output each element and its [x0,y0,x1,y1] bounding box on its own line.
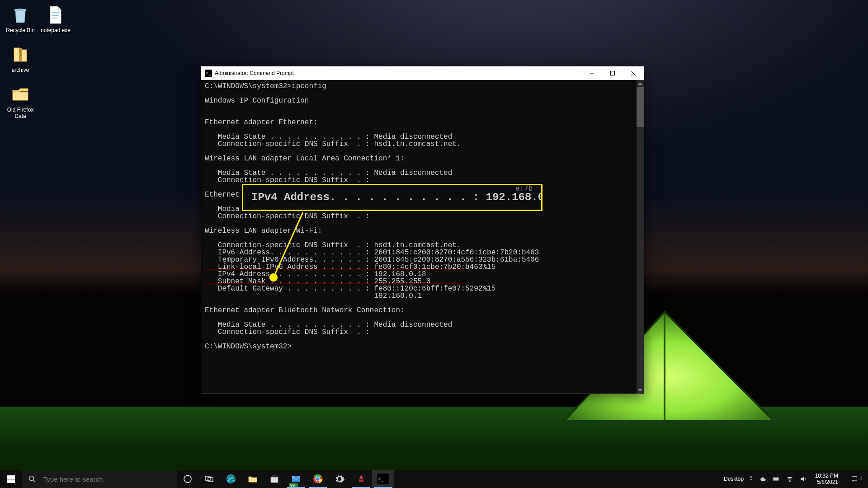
window-titlebar[interactable]: Administrator: Command Prompt [201,66,644,80]
ipv4-callout: IPv4 Address. . . . . . . . . . . : 192.… [242,184,542,211]
svg-rect-6 [20,52,21,52]
svg-rect-7 [20,53,21,54]
taskbar-pinned-app[interactable] [350,470,372,488]
desktop-icon-recycle-bin[interactable]: Recycle Bin [2,5,39,33]
source-highlight [204,269,465,284]
windows-logo-icon [7,475,15,483]
svg-rect-25 [271,477,278,483]
scrollbar[interactable] [637,80,644,394]
svg-rect-10 [611,71,615,75]
svg-line-20 [33,480,36,483]
desktop-icon-old-firefox[interactable]: Old Firefox Data [2,84,39,119]
svg-point-19 [29,476,34,481]
notification-center[interactable]: 4 [844,475,864,483]
taskbar-explorer[interactable] [242,470,264,488]
callout-overflow-text: e:7b [515,185,533,192]
minimize-button[interactable] [581,66,602,80]
desktop-icon-label: Old Firefox Data [2,107,39,119]
desktop-icon-archive[interactable]: archive [2,44,39,73]
close-button[interactable] [623,66,644,80]
taskbar-store[interactable] [264,470,285,488]
search-icon [28,475,36,483]
notification-count: 4 [860,476,863,481]
desktop-icon-label: archive [2,67,39,73]
svg-point-32 [789,481,790,482]
start-button[interactable] [0,470,22,488]
svg-rect-17 [7,479,11,483]
taskbar-cmd[interactable]: >_ [372,470,394,488]
tray-volume[interactable] [798,470,809,488]
folder-icon [247,474,258,484]
chrome-icon [312,474,323,484]
svg-rect-8 [20,55,21,56]
gear-icon [334,474,345,484]
store-icon [269,474,280,484]
cortana-button[interactable] [177,470,198,488]
tray-battery[interactable] [771,470,782,488]
svg-rect-33 [852,476,857,480]
search-input[interactable] [42,475,161,483]
taskbar-search[interactable] [22,470,177,488]
app-icon [356,474,367,484]
system-tray: Desktop »˄ 10:32 PM 5/8/2021 4 [718,470,868,488]
desktop-icon-notepad[interactable]: notepad.exe [37,5,74,33]
svg-rect-18 [11,479,15,483]
callout-text: IPv4 Address. . . . . . . . . . . : 192.… [251,192,542,203]
svg-point-21 [184,475,191,483]
text-file-icon [45,5,66,25]
edge-icon [226,474,236,484]
svg-rect-16 [11,475,15,479]
tray-wifi[interactable] [784,470,795,488]
svg-rect-5 [20,50,21,51]
taskbar-mail[interactable]: 99+ [285,470,307,488]
taskbar: 99+ >_ Desktop »˄ 10:32 PM 5/8/2021 4 [0,470,868,488]
terminal-body[interactable]: C:\WINDOWS\system32>ipconfigWindows IP C… [201,80,644,394]
svg-rect-15 [7,475,11,479]
cmd-taskbar-icon: >_ [377,474,389,484]
recycle-bin-icon [10,5,31,25]
circle-icon [182,474,193,484]
zip-file-icon [10,44,31,65]
task-view-button[interactable] [198,470,220,488]
svg-rect-30 [778,479,779,480]
taskbar-chrome[interactable] [307,470,329,488]
desktop-icon-label: Recycle Bin [2,27,39,33]
tray-onedrive[interactable] [757,470,768,488]
window-title: Administrator: Command Prompt [215,70,581,76]
clock-time: 10:32 PM [815,473,838,479]
taskbar-settings[interactable] [329,470,350,488]
scroll-thumb[interactable] [637,87,644,127]
svg-point-28 [316,477,320,481]
tray-clock[interactable]: 10:32 PM 5/8/2021 [811,473,842,485]
svg-rect-31 [774,478,778,480]
clock-date: 5/8/2021 [815,479,838,485]
notification-icon [851,475,858,483]
terminal-output: C:\WINDOWS\system32>ipconfigWindows IP C… [201,80,644,353]
task-view-icon [204,474,215,484]
tray-overflow[interactable]: »˄ [748,470,755,488]
taskbar-edge[interactable] [220,470,242,488]
scroll-down-button[interactable] [637,386,644,394]
tray-desktop-label[interactable]: Desktop [722,470,745,488]
folder-icon [10,84,31,105]
desktop-icon-label: notepad.exe [37,27,74,33]
maximize-button[interactable] [602,66,623,80]
mail-badge: 99+ [289,483,298,488]
scroll-up-button[interactable] [637,80,644,87]
command-prompt-window: Administrator: Command Prompt C:\WINDOWS… [201,66,644,394]
cmd-icon [205,70,212,77]
